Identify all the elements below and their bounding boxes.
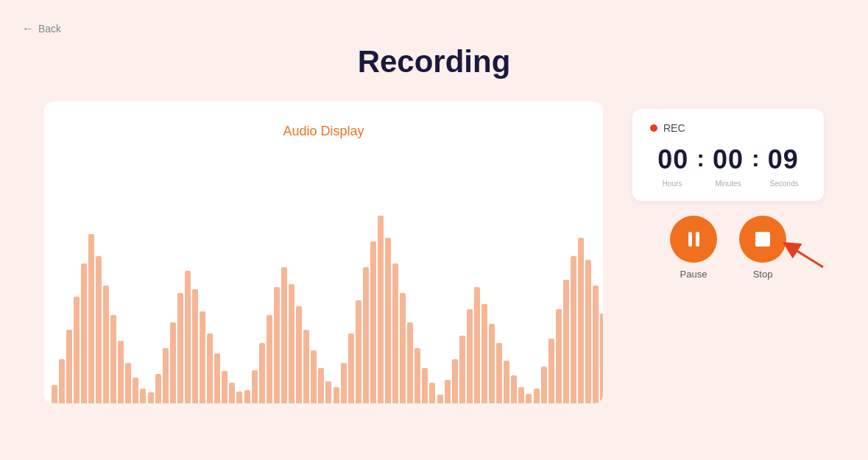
waveform-bar (148, 392, 154, 403)
waveform-bar (496, 343, 502, 403)
bar-group (148, 271, 242, 403)
pause-bar-left (688, 232, 692, 247)
waveform-bar (348, 333, 354, 403)
svg-line-1 (790, 247, 823, 267)
waveform-bar (281, 267, 287, 403)
stop-label: Stop (753, 269, 773, 280)
waveform-bar (96, 256, 102, 403)
waveform-bar (236, 392, 242, 403)
waveform-bar (110, 315, 116, 403)
waveform-bar (378, 216, 384, 403)
bar-group (534, 238, 603, 403)
rec-indicator: REC (650, 122, 806, 134)
back-button[interactable]: ← Back (22, 22, 61, 35)
rec-label: REC (663, 122, 685, 134)
timer-hours: 00 (654, 144, 692, 175)
waveform-bar (88, 234, 94, 403)
waveform-bar (467, 309, 473, 403)
waveform-bar (429, 383, 435, 403)
hours-sublabel: Hours (653, 180, 691, 188)
waveform-bar (296, 306, 302, 403)
waveform-bar (222, 371, 227, 403)
waveform-bar (445, 380, 451, 403)
bar-group (334, 216, 435, 403)
waveform-bar (318, 368, 324, 403)
back-label: Back (38, 23, 61, 35)
pause-button[interactable] (670, 216, 717, 263)
waveform-bar (585, 260, 591, 403)
timer-display: 00 : 00 : 09 (650, 144, 806, 175)
waveform-bar (556, 309, 562, 403)
waveform-bar (289, 284, 294, 403)
waveform-bar (452, 359, 458, 403)
waveform-bar (192, 289, 198, 403)
waveform-bar (385, 238, 391, 403)
timer-minutes: 00 (709, 144, 747, 175)
waveform (44, 190, 603, 403)
waveform-bar (81, 263, 87, 403)
waveform-bar (311, 350, 317, 403)
waveform-bar (534, 389, 540, 403)
timer-labels: Hours Minutes Seconds (650, 180, 806, 188)
bar-group (244, 267, 331, 403)
waveform-bar (200, 311, 205, 403)
waveform-bar (504, 361, 509, 403)
waveform-bar (274, 287, 280, 403)
pause-bar-right (696, 232, 699, 247)
waveform-bar (155, 374, 161, 403)
timer-colon-1: : (696, 145, 705, 172)
stop-icon (755, 232, 770, 247)
waveform-bar (52, 385, 57, 403)
waveform-bar (571, 256, 576, 403)
controls: Pause Stop (632, 216, 824, 280)
waveform-bar (303, 330, 309, 403)
back-arrow-icon: ← (22, 22, 34, 35)
waveform-bar (356, 300, 361, 403)
waveform-bar (578, 238, 584, 403)
waveform-bar (370, 241, 376, 403)
waveform-bar (118, 341, 124, 403)
waveform-bar (170, 322, 176, 403)
waveform-bar (474, 287, 480, 403)
waveform-bar (407, 322, 413, 403)
audio-panel: Audio Display (44, 102, 603, 403)
waveform-bar (214, 353, 220, 403)
waveform-bar (481, 304, 487, 403)
waveform-bar (74, 297, 80, 403)
page-title: Recording (0, 44, 868, 79)
seconds-sublabel: Seconds (765, 180, 803, 188)
waveform-bar (541, 367, 547, 403)
waveform-bar (163, 348, 169, 403)
waveform-bar (177, 293, 183, 403)
pause-control: Pause (670, 216, 717, 280)
minutes-sublabel: Minutes (709, 180, 747, 188)
rec-dot-icon (650, 124, 657, 132)
waveform-bar (526, 394, 532, 403)
waveform-bar (252, 370, 258, 403)
audio-display-label: Audio Display (66, 124, 581, 139)
waveform-bar (600, 314, 603, 403)
waveform-bar (563, 280, 569, 403)
waveform-bar (414, 348, 420, 403)
waveform-bar (593, 286, 599, 403)
waveform-bar (334, 387, 339, 403)
waveform-bar (267, 315, 272, 403)
waveform-bar (489, 324, 495, 403)
waveform-bar (140, 389, 146, 403)
waveform-bar (422, 368, 428, 403)
waveform-bar (363, 267, 369, 403)
arrow-annotation-icon (775, 230, 827, 271)
waveform-bar (103, 286, 109, 403)
waveform-bar (325, 381, 331, 403)
right-panel: REC 00 : 00 : 09 Hours Minutes Seconds (632, 102, 824, 280)
waveform-bar (133, 378, 138, 403)
waveform-bar (437, 394, 443, 403)
waveform-bar (66, 330, 72, 403)
waveform-bar (59, 359, 65, 403)
waveform-bar (392, 263, 398, 403)
waveform-bar (244, 390, 250, 403)
pause-label: Pause (680, 269, 708, 280)
pause-icon (688, 232, 699, 247)
main-content: Audio Display REC 00 : 00 : 09 Hours Min… (0, 87, 868, 418)
waveform-bar (185, 271, 191, 403)
